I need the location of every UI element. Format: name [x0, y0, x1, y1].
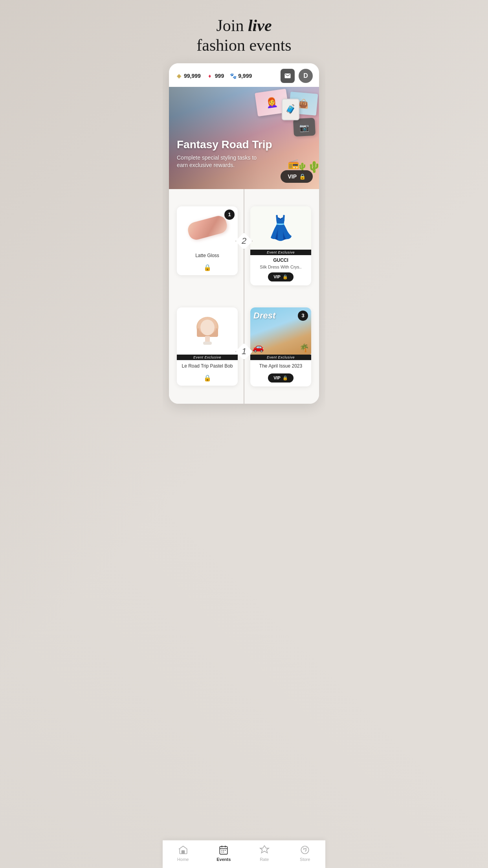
- title-live: live: [248, 17, 272, 35]
- bob-event-exclusive-badge: Event Exclusive: [177, 355, 238, 360]
- april-vip-lock-icon: 🔒: [283, 375, 288, 381]
- title-fashion: fashion events: [196, 36, 291, 54]
- latte-gloss-image-area: 1: [177, 206, 238, 250]
- message-button[interactable]: [281, 69, 295, 83]
- item4-badge: 3: [298, 311, 308, 321]
- april-vip-label: VIP: [273, 375, 281, 380]
- april-issue-name: The April Issue 2023: [250, 360, 311, 372]
- bob-wig-lock: 🔒: [177, 372, 238, 386]
- april-event-exclusive-badge: Event Exclusive: [250, 355, 311, 360]
- gucci-dress-card[interactable]: 👗 Event Exclusive GUCCI Silk Dress With …: [250, 206, 311, 285]
- timeline-row-2: Event Exclusive Le Road Trip Pastel Bob …: [169, 300, 319, 404]
- gem-amount: 999: [215, 73, 224, 79]
- lock-icon-3: 🔒: [204, 374, 211, 382]
- timeline-right-2: 3 Drest 🌴 🚗 Event Exclusive The April Is…: [244, 300, 319, 394]
- gloss-swatch: [186, 214, 228, 241]
- gold-amount: 99,999: [184, 73, 201, 79]
- phone-card: ◈ 99,999 ♦ 999 🐾 9,999: [169, 63, 319, 404]
- currency-row: ◈ 99,999 ♦ 999 🐾 9,999: [175, 72, 252, 79]
- latte-gloss-card[interactable]: 1 Latte Gloss 🔒: [177, 206, 238, 275]
- latte-gloss-name: Latte Gloss: [177, 250, 238, 261]
- item1-badge: 1: [224, 210, 235, 220]
- bob-wig-image-area: [177, 307, 238, 355]
- bob-mannequin-area: [182, 312, 233, 350]
- svg-rect-4: [205, 336, 210, 342]
- hero-banner: 👩‍🦰 👜 📷 🧳 🌵 🌵 📻 Fantasy Road Trip Comple…: [169, 87, 319, 189]
- magazine-car: 🚗: [252, 342, 264, 353]
- gem-currency: ♦ 999: [206, 72, 224, 79]
- gem-icon: ♦: [206, 72, 213, 79]
- coin-icon: 🐾: [229, 72, 237, 79]
- title-join: Join: [216, 17, 244, 35]
- magazine-palm: 🌴: [299, 343, 309, 353]
- gucci-vip-label: VIP: [273, 274, 281, 279]
- gucci-dress-emoji: 👗: [266, 216, 295, 240]
- hero-content: Fantasy Road Trip Complete special styli…: [177, 139, 272, 169]
- avatar-letter: D: [303, 72, 308, 79]
- april-issue-image-area: 3 Drest 🌴 🚗: [250, 307, 311, 355]
- coin-currency: 🐾 9,999: [229, 72, 252, 79]
- svg-point-3: [200, 320, 215, 335]
- timeline-right-1: 👗 Event Exclusive GUCCI Silk Dress With …: [244, 199, 319, 293]
- bob-wig-svg: [194, 313, 221, 349]
- message-icon: [284, 72, 291, 79]
- page-header: Join live fashion events: [163, 0, 325, 63]
- magazine-title: Drest: [253, 311, 275, 321]
- collage-radio: 📻: [288, 158, 299, 169]
- timeline-section: 1 Latte Gloss 🔒 2 👗: [169, 189, 319, 404]
- gucci-vip-button[interactable]: VIP 🔒: [268, 272, 294, 281]
- hero-vip-lock-icon: 🔒: [299, 173, 306, 180]
- gucci-vip-lock-icon: 🔒: [283, 274, 288, 280]
- timeline-left-2: Event Exclusive Le Road Trip Pastel Bob …: [169, 300, 244, 394]
- hero-subtitle: Complete special styling tasks to earn e…: [177, 154, 267, 169]
- bob-wig-name: Le Road Trip Pastel Bob: [177, 360, 238, 372]
- gold-currency: ◈ 99,999: [175, 72, 201, 79]
- hero-title: Fantasy Road Trip: [177, 139, 272, 151]
- april-issue-card[interactable]: 3 Drest 🌴 🚗 Event Exclusive The April Is…: [250, 307, 311, 386]
- gold-icon: ◈: [175, 72, 182, 79]
- top-bar-actions: D: [281, 69, 313, 83]
- collage-camera: 📷: [293, 118, 316, 136]
- collage-suitcase: 🧳: [282, 99, 299, 120]
- gucci-brand: GUCCI: [250, 255, 311, 265]
- hero-vip-label: VIP: [288, 173, 297, 180]
- gucci-dress-name: Silk Dress With Crys..: [250, 265, 311, 271]
- april-vip-button[interactable]: VIP 🔒: [268, 373, 294, 383]
- timeline-left-1: 1 Latte Gloss 🔒: [169, 199, 244, 293]
- lock-icon-1: 🔒: [204, 264, 211, 271]
- gucci-dress-image-area: 👗: [250, 206, 311, 250]
- top-bar: ◈ 99,999 ♦ 999 🐾 9,999: [169, 63, 319, 87]
- svg-rect-5: [203, 342, 212, 345]
- coin-amount: 9,999: [238, 73, 252, 79]
- page-title: Join live fashion events: [171, 16, 317, 55]
- timeline-row-1: 1 Latte Gloss 🔒 2 👗: [169, 189, 319, 293]
- avatar-button[interactable]: D: [299, 69, 313, 83]
- hero-vip-button[interactable]: VIP 🔒: [281, 170, 313, 183]
- latte-gloss-lock: 🔒: [177, 261, 238, 275]
- bob-wig-card[interactable]: Event Exclusive Le Road Trip Pastel Bob …: [177, 307, 238, 386]
- gucci-event-exclusive-badge: Event Exclusive: [250, 250, 311, 255]
